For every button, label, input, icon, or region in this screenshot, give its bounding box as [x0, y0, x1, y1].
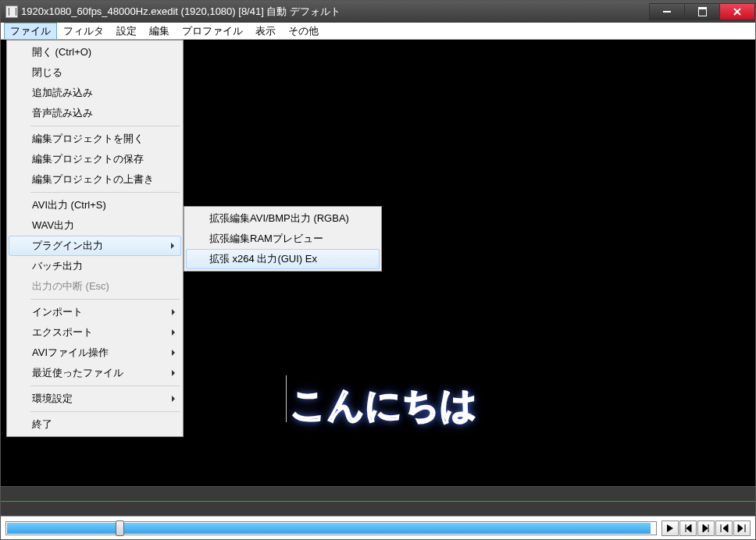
next-frame-icon [701, 524, 711, 533]
menu-separator [30, 126, 180, 126]
text-caret [286, 375, 287, 422]
menu-environment-label: 環境設定 [32, 393, 73, 404]
preview-text-overlay: こんにちは [290, 381, 477, 430]
menu-filter[interactable]: フィルタ [57, 23, 110, 40]
menu-audio-read[interactable]: 音声読み込み [9, 103, 181, 123]
seek-slider[interactable] [5, 521, 657, 535]
menu-recent-files-label: 最近使ったファイル [32, 367, 123, 378]
menu-settings[interactable]: 設定 [110, 23, 143, 40]
menu-abort-out: 出力の中断 (Esc) [9, 276, 181, 297]
menu-close-file[interactable]: 閉じる [9, 62, 181, 83]
menu-edit[interactable]: 編集 [143, 23, 176, 40]
minimize-button[interactable] [649, 3, 685, 20]
menubar: ファイル フィルタ 設定 編集 プロファイル 表示 その他 [1, 23, 755, 40]
menu-file[interactable]: ファイル [4, 23, 57, 40]
play-button[interactable] [662, 520, 679, 536]
menu-export-label: エクスポート [32, 326, 93, 338]
video-viewport: こんにちは 開く (Ctrl+O) 閉じる 追加読み込み 音声読み込み 編集プロ… [1, 40, 755, 486]
menu-import[interactable]: インポート [9, 302, 181, 322]
maximize-button[interactable] [684, 3, 720, 20]
submenu-arrow-icon [172, 396, 175, 402]
goto-end-button[interactable] [733, 520, 751, 536]
close-icon [733, 7, 742, 16]
menu-profile[interactable]: プロファイル [176, 23, 249, 40]
window-controls [649, 3, 755, 20]
menu-project-overwrite[interactable]: 編集プロジェクトの上書き [9, 169, 181, 190]
menu-project-open[interactable]: 編集プロジェクトを開く [9, 129, 181, 149]
menu-separator [30, 385, 180, 386]
menu-import-label: インポート [32, 306, 83, 318]
menu-wav-out[interactable]: WAV出力 [9, 215, 181, 236]
timeline-strip[interactable] [1, 486, 755, 516]
goto-end-icon [737, 524, 747, 533]
submenu-arrow-icon [172, 309, 175, 315]
goto-start-icon [719, 524, 729, 533]
goto-start-button[interactable] [715, 520, 733, 536]
next-frame-button[interactable] [697, 520, 715, 536]
menu-exit[interactable]: 終了 [9, 414, 181, 435]
transport-buttons [662, 520, 751, 536]
menu-separator [30, 192, 180, 193]
menu-separator [30, 299, 180, 300]
menu-recent-files[interactable]: 最近使ったファイル [9, 363, 181, 383]
play-icon [665, 524, 675, 533]
menu-project-save[interactable]: 編集プロジェクトの保存 [9, 149, 181, 169]
menu-separator [30, 411, 180, 412]
file-menu-dropdown: 開く (Ctrl+O) 閉じる 追加読み込み 音声読み込み 編集プロジェクトを開… [6, 40, 184, 437]
prev-frame-icon [683, 524, 693, 533]
playback-controls [1, 516, 755, 539]
menu-batch-out[interactable]: バッチ出力 [9, 256, 181, 276]
menu-plugin-out-label: プラグイン出力 [32, 240, 103, 251]
menu-environment[interactable]: 環境設定 [9, 389, 181, 409]
submenu-arrow-icon [172, 370, 175, 376]
submenu-arrow-icon [172, 329, 175, 336]
app-icon [5, 5, 18, 18]
menu-avi-out[interactable]: AVI出力 (Ctrl+S) [9, 195, 181, 215]
menu-avi-file-ops[interactable]: AVIファイル操作 [9, 343, 181, 363]
window-title: 1920x1080_60fps_48000Hz.exedit (1920,108… [21, 5, 649, 19]
submenu-ram-preview[interactable]: 拡張編集RAMプレビュー [186, 229, 380, 249]
menu-open[interactable]: 開く (Ctrl+O) [9, 42, 181, 62]
submenu-arrow-icon [171, 243, 174, 249]
close-button[interactable] [719, 3, 755, 20]
titlebar[interactable]: 1920x1080_60fps_48000Hz.exedit (1920,108… [1, 1, 755, 23]
menu-view[interactable]: 表示 [249, 23, 282, 40]
menu-plugin-out[interactable]: プラグイン出力 [9, 236, 181, 256]
menu-export[interactable]: エクスポート [9, 322, 181, 343]
menu-append-read[interactable]: 追加読み込み [9, 83, 181, 103]
menu-other[interactable]: その他 [282, 23, 325, 40]
plugin-output-submenu: 拡張編集AVI/BMP出力 (RGBA) 拡張編集RAMプレビュー 拡張 x26… [184, 206, 382, 272]
submenu-x264[interactable]: 拡張 x264 出力(GUI) Ex [186, 249, 380, 269]
menu-avi-file-ops-label: AVIファイル操作 [32, 346, 109, 358]
prev-frame-button[interactable] [679, 520, 697, 536]
submenu-arrow-icon [172, 350, 175, 356]
submenu-avi-bmp[interactable]: 拡張編集AVI/BMP出力 (RGBA) [186, 208, 380, 229]
seek-fill [7, 523, 651, 534]
seek-thumb[interactable] [116, 520, 124, 536]
app-window: 1920x1080_60fps_48000Hz.exedit (1920,108… [0, 0, 756, 540]
timeline-marker-line [1, 501, 755, 502]
